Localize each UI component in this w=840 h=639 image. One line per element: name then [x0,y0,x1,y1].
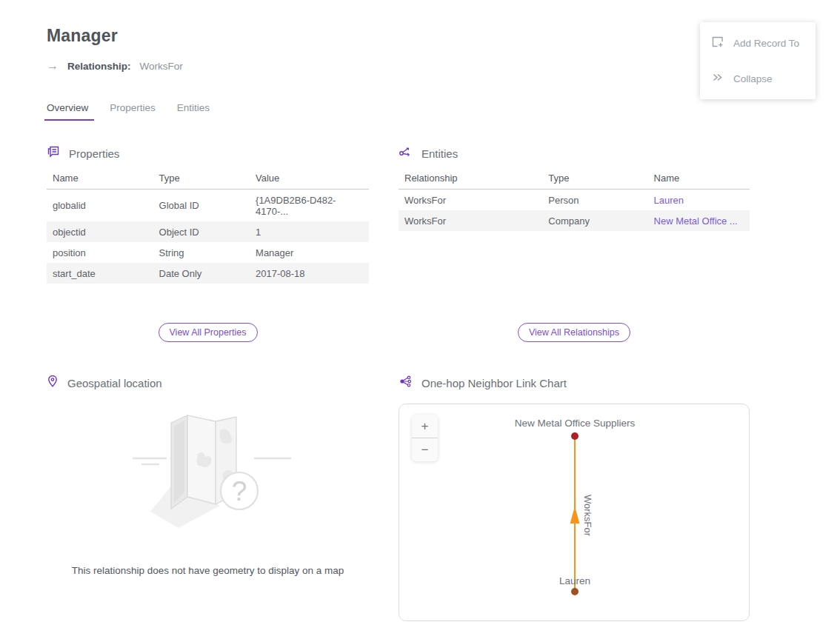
col-header-type: Type [542,168,647,190]
entity-link-lauren[interactable]: Lauren [654,195,684,206]
tab-properties[interactable]: Properties [110,102,156,121]
col-header-type: Type [153,168,250,190]
prop-type: Global ID [153,190,250,222]
entities-table-area: Relationship Type Name WorksFor Person L… [399,168,750,323]
geospatial-section-title: Geospatial location [67,377,162,389]
collapse-icon [711,71,724,86]
prop-value: {1A9DB2B6-D482-4170-... [250,190,369,222]
link-chart-section-title: One-hop Neighbor Link Chart [421,377,567,389]
bottom-node[interactable] [571,588,579,595]
table-row: objectid Object ID 1 [47,221,369,242]
col-header-value: Value [250,168,369,190]
top-node[interactable] [571,432,579,440]
relationship-arrow-icon: → [47,59,59,73]
table-row: WorksFor Person Lauren [399,190,750,211]
properties-header-row: Name Type Value [47,168,369,190]
edge-label: WorksFor [582,495,593,537]
no-geometry-message: This relationship does not have geometry… [72,565,344,576]
entities-header-row: Relationship Type Name [399,168,750,190]
menu-item-collapse[interactable]: Collapse [700,61,816,96]
add-record-icon [711,36,724,50]
tab-overview[interactable]: Overview [47,102,88,121]
prop-name: objectid [47,221,153,242]
link-chart-icon [399,375,413,391]
table-row: position String Manager [47,242,369,263]
table-row: WorksFor Company New Metal Office ... [399,210,750,231]
properties-section-title: Properties [69,147,119,160]
properties-table: Name Type Value globalid Global ID {1A9D… [47,168,369,284]
entity-link-new-metal-office[interactable]: New Metal Office ... [654,215,738,227]
bottom-node-label: Lauren [559,575,590,586]
col-header-name: Name [47,168,153,190]
entities-section-title: Entities [421,147,458,160]
prop-name: position [47,242,153,263]
prop-value: Manager [250,242,369,263]
properties-table-area: Name Type Value globalid Global ID {1A9D… [47,168,369,323]
prop-value: 1 [250,221,369,242]
entities-icon [399,145,413,161]
prop-type: Object ID [153,221,250,242]
relationship-value: WorksFor [140,61,183,72]
entities-table: Relationship Type Name WorksFor Person L… [399,168,750,231]
map-pin-icon [47,375,59,391]
overview-sections: Properties Name Type Value globalid [47,143,840,621]
relationship-label: Relationship: [67,61,131,72]
table-row: start_date Date Only 2017-08-18 [47,263,369,284]
menu-item-label: Collapse [733,73,773,84]
link-chart-canvas[interactable]: + − New Metal Office Suppliers WorksFor … [399,404,750,621]
prop-value: 2017-08-18 [250,263,369,284]
top-node-label: New Metal Office Suppliers [515,418,636,429]
prop-type: String [153,242,250,263]
prop-name: globalid [47,190,153,222]
entity-relationship: WorksFor [399,210,542,231]
link-chart-graph: New Metal Office Suppliers WorksFor Laur… [399,404,749,620]
entities-button-row: View All Relationships [399,323,750,342]
properties-icon [47,145,60,161]
record-detail-page: Add Record To Collapse Manager → Relatio… [0,0,840,639]
col-header-relationship: Relationship [399,168,542,190]
entity-type: Person [542,190,647,211]
prop-type: Date Only [153,263,250,284]
menu-item-label: Add Record To [733,38,799,49]
view-all-relationships-button[interactable]: View All Relationships [518,323,630,342]
entity-relationship: WorksFor [399,190,542,211]
col-header-name: Name [648,168,750,190]
table-row: globalid Global ID {1A9DB2B6-D482-4170-.… [47,190,369,222]
right-column: Entities Relationship Type Name WorksFor [399,143,750,621]
view-all-properties-button[interactable]: View All Properties [159,323,258,342]
edge-direction-arrow [570,506,580,523]
map-placeholder-illustration: ? [67,402,349,547]
prop-name: start_date [47,263,153,284]
properties-button-row: View All Properties [47,323,369,342]
svg-text:?: ? [231,476,247,506]
menu-item-add-record-to[interactable]: Add Record To [700,25,816,61]
properties-section-header: Properties [47,143,369,164]
entity-type: Company [542,210,647,231]
record-actions-menu: Add Record To Collapse [700,22,816,99]
link-chart-section-header: One-hop Neighbor Link Chart [399,372,750,393]
geospatial-section-header: Geospatial location [47,372,369,393]
detail-tabs: Overview Properties Entities [47,102,840,121]
tab-entities[interactable]: Entities [177,102,210,121]
left-column: Properties Name Type Value globalid [47,143,369,621]
geospatial-empty-state: ? This relationship does not have geomet… [47,402,369,620]
entities-section-header: Entities [399,143,750,164]
